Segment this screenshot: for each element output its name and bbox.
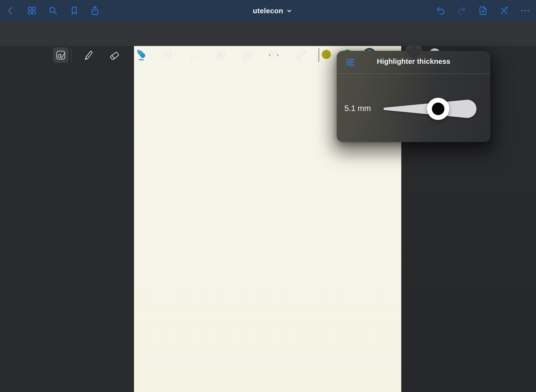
shapes-icon xyxy=(161,49,174,61)
image-icon xyxy=(241,49,253,61)
tool-image[interactable] xyxy=(241,49,253,61)
tool-edit-mode[interactable] xyxy=(53,47,68,63)
pen-slash-icon xyxy=(499,5,510,16)
add-page-icon xyxy=(477,5,489,16)
toolbar-separator xyxy=(319,48,319,62)
tool-shapes[interactable] xyxy=(161,49,174,61)
top-navigation-bar: utelecon xyxy=(0,0,536,21)
tool-eraser[interactable] xyxy=(108,49,121,61)
thickness-slider-knob-center xyxy=(432,103,444,115)
sticker-star-icon xyxy=(214,49,227,61)
toolbar-separator xyxy=(71,48,71,62)
text-icon xyxy=(268,49,280,61)
color-swatch-yellow[interactable] xyxy=(322,50,331,59)
highlighter-icon xyxy=(135,49,147,61)
redo-icon xyxy=(456,5,467,16)
laser-pointer-icon xyxy=(295,49,307,61)
thickness-value-label: 5.1 mm xyxy=(344,104,371,113)
popover-title: Highlighter thickness xyxy=(337,57,490,65)
page-title[interactable]: utelecon xyxy=(0,0,536,21)
edit-mode-icon xyxy=(55,49,67,61)
redo-button[interactable] xyxy=(456,5,467,16)
popover-divider xyxy=(337,73,490,74)
thickness-slider-knob[interactable] xyxy=(427,98,449,120)
tool-lasso[interactable] xyxy=(188,49,201,61)
undo-icon xyxy=(435,5,446,16)
add-page-button[interactable] xyxy=(477,5,489,16)
tool-text[interactable] xyxy=(268,49,280,61)
tool-pen[interactable] xyxy=(81,49,94,61)
tool-stickers[interactable] xyxy=(214,49,227,61)
canvas-background-left xyxy=(0,46,134,392)
highlighter-thickness-popover: Highlighter thickness 5.1 mm xyxy=(337,51,490,142)
more-button[interactable] xyxy=(520,5,531,16)
tool-bar xyxy=(0,21,536,46)
stylus-mode-button[interactable] xyxy=(499,5,510,16)
eraser-icon xyxy=(108,49,121,61)
undo-button[interactable] xyxy=(435,5,446,16)
title-menu-button[interactable] xyxy=(286,8,292,14)
lasso-icon xyxy=(188,49,201,61)
tool-laser-pointer[interactable] xyxy=(295,49,307,61)
pen-icon xyxy=(81,49,94,61)
popover-header: Highlighter thickness xyxy=(337,51,490,73)
tool-highlighter[interactable] xyxy=(135,49,147,61)
ellipsis-icon xyxy=(520,5,531,16)
chevron-down-icon xyxy=(286,8,292,14)
